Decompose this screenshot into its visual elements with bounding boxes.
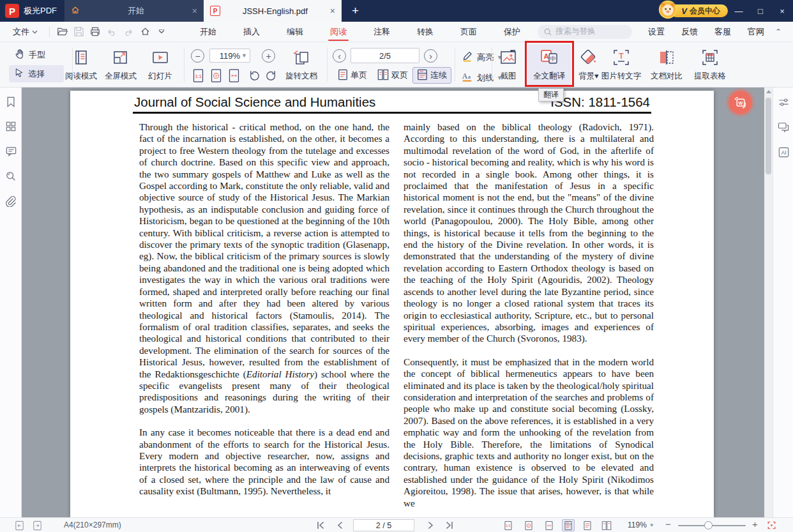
hand-tool-button[interactable]: 手型 xyxy=(9,46,64,63)
zoom-slider-knob[interactable] xyxy=(704,521,713,529)
fullscreen-mode-icon xyxy=(111,48,130,69)
single-page-button[interactable]: 单页 xyxy=(333,67,372,84)
adjust-settings-icon[interactable] xyxy=(777,96,790,109)
menu-item-settings[interactable]: 设置 xyxy=(640,22,673,42)
rotate-right-icon[interactable] xyxy=(263,68,279,84)
previous-page-button[interactable]: ‹ xyxy=(333,49,346,63)
menu-item-feedback[interactable]: 反馈 xyxy=(673,22,706,42)
print-button[interactable] xyxy=(87,24,103,40)
tab-start-close-icon[interactable]: × xyxy=(192,6,197,16)
journal-title: Journal of Social Science and Humanities xyxy=(134,95,375,110)
single-page-button-bottom[interactable] xyxy=(581,519,594,531)
prev-page-button[interactable] xyxy=(333,519,346,531)
rotate-document-button[interactable]: 旋转文档 xyxy=(280,44,323,85)
last-page-button[interactable] xyxy=(443,519,456,531)
zoom-in-button[interactable]: + xyxy=(262,49,275,63)
vip-badge[interactable]: V 会员中心 xyxy=(670,4,728,17)
bookmark-icon[interactable] xyxy=(4,95,17,108)
tab-start[interactable]: 开始 × xyxy=(64,0,204,22)
menu-item-support[interactable]: 客服 xyxy=(706,22,739,42)
actual-size-button[interactable]: 1:1 xyxy=(190,68,206,84)
double-page-button-bottom[interactable] xyxy=(600,519,613,531)
lion-avatar xyxy=(658,0,677,22)
next-page-button-bottom[interactable] xyxy=(424,519,437,531)
scroll-up-icon[interactable] xyxy=(766,90,771,93)
tab-document[interactable]: P JSSH-English.pdf × xyxy=(204,0,342,22)
select-tool-button[interactable]: 选择 xyxy=(9,65,64,82)
previous-view-button[interactable] xyxy=(13,519,26,531)
menu-item-edit[interactable]: 编辑 xyxy=(273,22,317,42)
new-tab-button[interactable]: + xyxy=(342,0,369,22)
page-indicator-box[interactable]: 2/5 xyxy=(351,48,419,63)
translate-full-button[interactable]: A中 全文翻译 xyxy=(527,44,571,85)
fit-width-button-bottom[interactable] xyxy=(543,519,555,531)
svg-text:W: W xyxy=(738,100,743,105)
menu-item-start[interactable]: 开始 xyxy=(186,22,230,42)
scrollbar-thumb[interactable] xyxy=(766,98,771,174)
pdf-file-icon: P xyxy=(210,6,220,16)
comments-icon[interactable] xyxy=(4,145,17,158)
thumbnails-icon[interactable] xyxy=(4,120,17,133)
home-page-button[interactable] xyxy=(137,24,153,40)
continuous-scroll-button[interactable]: 连续 xyxy=(412,67,451,84)
zoom-out-button[interactable]: − xyxy=(191,49,204,63)
rotate-left-icon[interactable] xyxy=(246,68,262,84)
save-button[interactable] xyxy=(70,24,87,40)
app-window: P 极光PDF 开始 × P JSSH-English.pdf × + xyxy=(0,0,793,532)
reading-mode-button[interactable]: 阅读模式 xyxy=(61,44,102,85)
tab-document-close-icon[interactable]: × xyxy=(330,6,335,16)
menu-item-insert[interactable]: 插入 xyxy=(230,22,273,42)
actual-size-button-bottom[interactable]: 1:1 xyxy=(502,519,515,531)
screenshot-button[interactable]: 截图 xyxy=(494,44,523,85)
right-sidebar: AI xyxy=(773,87,793,517)
next-page-button[interactable]: › xyxy=(424,49,437,63)
menu-item-page[interactable]: 页面 xyxy=(447,22,490,42)
file-menu[interactable]: 文件 xyxy=(0,26,45,38)
fit-width-button[interactable] xyxy=(226,68,242,84)
extract-table-button[interactable]: 提取表格 xyxy=(690,44,730,85)
underline-aa-icon: Aa xyxy=(461,70,474,85)
vertical-scrollbar[interactable] xyxy=(764,87,773,517)
slideshow-button[interactable]: 幻灯片 xyxy=(140,44,181,85)
member-center[interactable]: V 会员中心 xyxy=(658,2,728,20)
close-button[interactable]: × xyxy=(771,0,793,22)
menu-item-convert[interactable]: 转换 xyxy=(404,22,447,42)
zoom-in-button-bottom[interactable]: + xyxy=(752,519,758,529)
ai-assistant-icon[interactable]: AI xyxy=(777,146,790,158)
fullscreen-mode-button[interactable]: 全屏模式 xyxy=(100,44,141,85)
image-to-text-button[interactable]: T 图片转文字 xyxy=(598,44,645,85)
maximize-button[interactable]: □ xyxy=(750,0,771,22)
doc-compare-button[interactable]: 文档对比 xyxy=(646,44,687,85)
zoom-out-button-bottom[interactable]: − xyxy=(665,519,671,529)
home-icon xyxy=(71,6,80,17)
menu-item-website[interactable]: 官网 xyxy=(739,22,773,42)
hand-icon xyxy=(14,49,25,61)
menu-item-annotate[interactable]: 注释 xyxy=(360,22,404,42)
menu-item-protect[interactable]: 保护 xyxy=(490,22,534,42)
open-file-button[interactable] xyxy=(54,24,70,40)
fit-page-button-bottom[interactable] xyxy=(522,519,535,531)
pdf-to-word-float-button[interactable]: W xyxy=(729,91,752,114)
attachment-icon[interactable] xyxy=(4,195,17,208)
pdf-page[interactable]: Journal of Social Science and Humanities… xyxy=(70,91,714,517)
search-input[interactable]: 搜索与替换 xyxy=(538,25,632,39)
continuous-button-bottom[interactable] xyxy=(562,519,575,531)
redo-icon[interactable] xyxy=(120,24,137,40)
translate-icon: A中 xyxy=(539,48,559,69)
zoom-level-select-bottom[interactable]: 119% ▼ xyxy=(628,521,654,529)
zoom-level-select[interactable]: 119% ▼ xyxy=(209,49,250,63)
toolbar-options-caret[interactable] xyxy=(153,24,170,40)
menu-item-read[interactable]: 阅读 xyxy=(317,22,360,42)
search-panel-icon[interactable] xyxy=(4,170,17,183)
undo-icon[interactable] xyxy=(103,24,120,40)
fullscreen-button-bottom[interactable] xyxy=(765,519,778,531)
chat-feedback-icon[interactable] xyxy=(777,121,790,133)
collapse-ribbon-icon[interactable]: ⌃ xyxy=(773,27,784,36)
next-view-button[interactable] xyxy=(31,519,43,531)
minimize-button[interactable]: — xyxy=(728,0,750,22)
paragraph: Consequently, it must be emphasized that… xyxy=(404,356,654,509)
first-page-button[interactable] xyxy=(314,519,327,531)
fit-page-button[interactable] xyxy=(208,68,224,84)
page-number-box[interactable]: 2 / 5 xyxy=(353,519,414,531)
double-page-button[interactable]: 双页 xyxy=(373,67,412,84)
